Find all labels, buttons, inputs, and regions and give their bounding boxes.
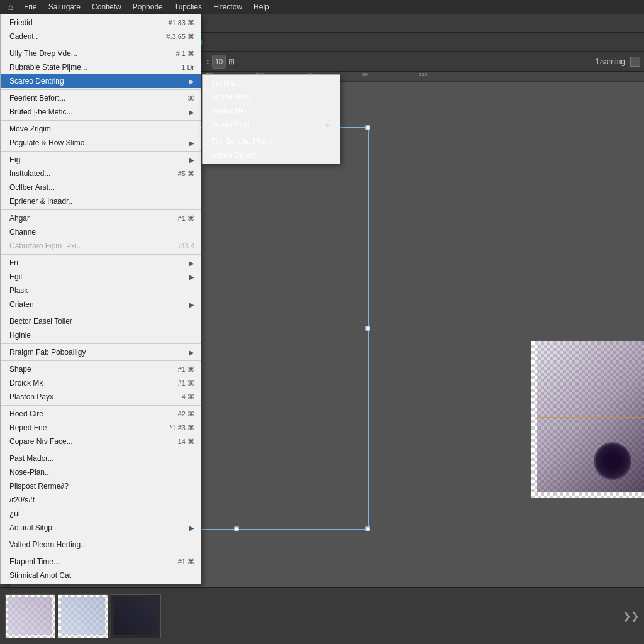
- menu-item-insttulated[interactable]: Insttulated... #5 ⌘: [1, 167, 201, 180]
- thumbnail-image: [537, 341, 644, 492]
- toolbar-warning-text: 1⌂arning: [596, 57, 625, 66]
- menu-item-eig[interactable]: Eig ▶: [1, 153, 201, 167]
- menu-item-fri[interactable]: Fri ▶: [1, 256, 201, 270]
- home-icon[interactable]: ⌂: [4, 0, 18, 14]
- menu-item-bruted[interactable]: Brüted |·he Metic... ▶: [1, 105, 201, 119]
- menu-item-qul[interactable]: ¿ul: [1, 507, 201, 521]
- menu-salurgate[interactable]: Salurgate: [43, 1, 86, 13]
- menu-item-caburtaro[interactable]: Caburtaro Fipm .Pxi... /43.4: [1, 239, 201, 253]
- toolbar-grid-icon: ⊞: [228, 57, 235, 66]
- ruler-tick-8: 60: [362, 72, 368, 77]
- menu-item-hglnie[interactable]: Hglnie: [1, 328, 201, 342]
- menu-section-4: Move Zrigim Pogulate & How Slimo. ▶: [1, 121, 201, 152]
- filmstrip-thumb-1[interactable]: [5, 594, 55, 638]
- menu-section-7: Fri ▶ Egit ▶ Plask Criaten ▶: [1, 255, 201, 313]
- menu-item-past[interactable]: Past Mador...: [1, 452, 201, 465]
- menu-item-nose[interactable]: Nose-Plan...: [1, 465, 201, 479]
- dropdown-menu-main: Friedid #1.83 ⌘ Cadent.. #.3.65 ⌘ Ully T…: [0, 14, 201, 584]
- submenu-item-acptid[interactable]: Acptid Plon ▶: [203, 118, 340, 131]
- thumbnail-object: [594, 442, 631, 480]
- menu-item-shape[interactable]: Shape #1 ⌘: [1, 362, 201, 376]
- menu-section-9: Rraigm Fab Poboalligy ▶: [1, 344, 201, 361]
- submenu-item-adptie[interactable]: Adptie Balect...: [203, 148, 340, 162]
- ruler-tick-9: 120: [419, 72, 427, 77]
- anchor-tr[interactable]: [366, 126, 370, 130]
- submenu-scareo: Tucbra.... Acond Nios Aoptie Nio Acptid …: [202, 74, 340, 164]
- menu-item-stinnical[interactable]: Stinnical Amot Cat: [1, 569, 201, 582]
- toolbar-arrow-icon: ↕: [206, 57, 209, 66]
- submenu-item-tire[interactable]: Tire Be Ulte Plone...: [203, 135, 340, 148]
- menu-section-14: Etapenl Time... #1 ⌘ Stinnical Amot Cat: [1, 553, 201, 584]
- menu-item-actural[interactable]: Actural Sitgp ▶: [1, 521, 201, 535]
- film-image-2: [61, 597, 105, 635]
- menu-elrectow[interactable]: Elrectow: [208, 1, 247, 13]
- menu-section-8: Bector Easel Toller Hglnie: [1, 313, 201, 344]
- filmstrip-thumb-2[interactable]: [58, 594, 108, 638]
- menu-frie[interactable]: Frie: [19, 1, 42, 13]
- menu-item-scareo[interactable]: Scareo Dentring ▶ Tucbra.... Acond Nios …: [1, 74, 201, 88]
- submenu-separator-1: [203, 133, 340, 133]
- thumbnail-panel: [531, 341, 644, 498]
- menu-section-13: Valted Pleorn Herting...: [1, 536, 201, 553]
- menu-item-plask[interactable]: Plask: [1, 284, 201, 297]
- film-image-3: [114, 597, 158, 635]
- menu-item-egit[interactable]: Egit ▶: [1, 270, 201, 284]
- menu-item-bector[interactable]: Bector Easel Toller: [1, 314, 201, 328]
- menu-item-ully[interactable]: Ully The Drep Vde... # 1 ⌘: [1, 47, 201, 60]
- menu-tupclies[interactable]: Tupclies: [169, 1, 207, 13]
- filmstrip-nav-icon[interactable]: ❯❯: [623, 610, 639, 622]
- menu-item-feerient[interactable]: Feerient Befort... ⌘: [1, 91, 201, 105]
- menu-item-copare[interactable]: Copare Nıv Face... 14 ⌘: [1, 435, 201, 448]
- menu-item-droick[interactable]: Droick Mk #1 ⌘: [1, 376, 201, 390]
- menu-item-epriener[interactable]: Epriener & Inaadr..: [1, 194, 201, 208]
- menu-item-etapenl[interactable]: Etapenl Time... #1 ⌘: [1, 555, 201, 569]
- anchor-bm[interactable]: [235, 527, 239, 531]
- menu-item-reped[interactable]: Reped Fne *1 #3 ⌘: [1, 421, 201, 435]
- menu-item-criaten[interactable]: Criaten ▶: [1, 297, 201, 311]
- filmstrip-thumb-3[interactable]: [111, 594, 161, 638]
- submenu-item-acond[interactable]: Acond Nios: [203, 90, 340, 104]
- menu-item-ocllber[interactable]: Ocllber Arst...: [1, 180, 201, 194]
- menu-item-ahgar[interactable]: Ahgar #1 ⌘: [1, 211, 201, 225]
- menu-item-plispost[interactable]: Plispost Rerme∂?: [1, 479, 201, 493]
- toolbar-number-dropdown[interactable]: 10: [212, 55, 226, 69]
- film-image-1: [8, 597, 52, 635]
- toolbar-number-label: 10: [215, 58, 223, 65]
- menu-section-10: Shape #1 ⌘ Droick Mk #1 ⌘ Plaston Payx 4…: [1, 361, 201, 406]
- menu-item-hoed[interactable]: Hoed Cire #2 ⌘: [1, 407, 201, 421]
- menu-item-valted[interactable]: Valted Pleorn Herting...: [1, 538, 201, 552]
- thumbnail-line: [537, 417, 644, 418]
- menu-item-rubrable[interactable]: Rubrable State Pl|me... 1 Dr: [1, 60, 201, 74]
- menu-section-6: Ahgar #1 ⌘ Channe Caburtaro Fipm .Pxi...…: [1, 210, 201, 255]
- anchor-br[interactable]: [366, 527, 370, 531]
- menu-bar: ⌂ Frie Salurgate Contietw Pophode Tupcli…: [0, 0, 644, 14]
- menu-section-2: Ully The Drep Vde... # 1 ⌘ Rubrable Stat…: [1, 45, 201, 90]
- menu-section-11: Hoed Cire #2 ⌘ Reped Fne *1 #3 ⌘ Copare …: [1, 406, 201, 450]
- menu-item-channe[interactable]: Channe: [1, 225, 201, 239]
- anchor-mr[interactable]: [366, 326, 370, 331]
- menu-section-12: Past Mador... Nose-Plan... Plispost Rerm…: [1, 450, 201, 536]
- menu-item-pogulate[interactable]: Pogulate & How Slimo. ▶: [1, 136, 201, 150]
- menu-item-cadent[interactable]: Cadent.. #.3.65 ⌘: [1, 30, 201, 43]
- submenu-item-aoptie[interactable]: Aoptie Nio: [203, 104, 340, 118]
- filmstrip: ❯❯: [0, 587, 644, 644]
- menu-pophode[interactable]: Pophode: [128, 1, 168, 13]
- submenu-item-tucbra[interactable]: Tucbra....: [203, 76, 340, 90]
- menu-item-move[interactable]: Move Zrigim: [1, 122, 201, 136]
- menu-section-5: Eig ▶ Insttulated... #5 ⌘ Ocllber Arst..…: [1, 152, 201, 210]
- menu-contietw[interactable]: Contietw: [87, 1, 126, 13]
- menu-section-3: Feerient Befort... ⌘ Brüted |·he Metic..…: [1, 90, 201, 121]
- menu-item-rraigm[interactable]: Rraigm Fab Poboalligy ▶: [1, 345, 201, 359]
- menu-item-plaston[interactable]: Plaston Payx 4 ⌘: [1, 390, 201, 404]
- menu-section-1: Friedid #1.83 ⌘ Cadent.. #.3.65 ⌘: [1, 14, 201, 45]
- menu-help[interactable]: Help: [248, 1, 274, 13]
- toolbar-color-swatch[interactable]: [630, 57, 640, 67]
- menu-item-friedid[interactable]: Friedid #1.83 ⌘: [1, 16, 201, 30]
- menu-item-r20[interactable]: /r20/s#t: [1, 493, 201, 507]
